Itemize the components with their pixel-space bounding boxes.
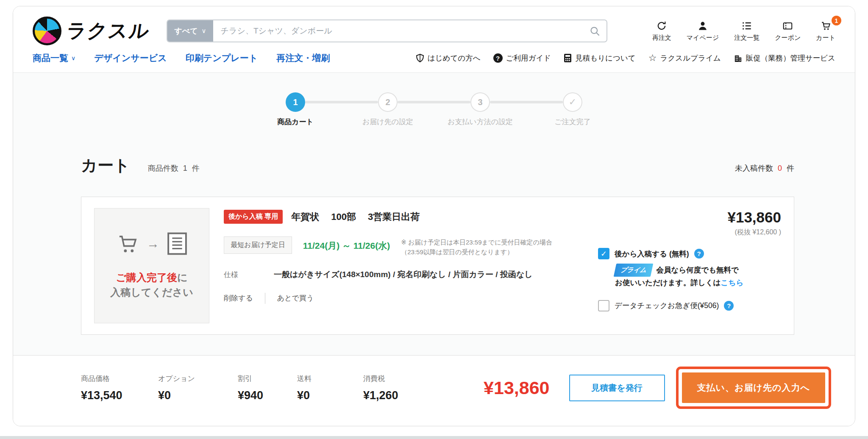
item-count-value: 1 <box>183 164 187 172</box>
item-actions: 削除する あとで買う <box>224 293 598 304</box>
nav-beginners[interactable]: はじめての方へ <box>416 53 481 63</box>
thumbnail-note: ご購入完了後に 入稿してください <box>110 270 193 300</box>
star-icon: ☆ <box>648 53 657 63</box>
step-label: お届け先の設定 <box>362 117 413 127</box>
nav-guide[interactable]: ? ご利用ガイド <box>493 53 551 63</box>
header-action-cart[interactable]: 1 カート <box>816 20 835 42</box>
delivery-row: 最短お届け予定日 11/24(月) ～ 11/26(水) ※ お届け予定日は本日… <box>224 236 598 257</box>
nav-links: 商品一覧 ∨ デザインサービス 印刷テンプレート 再注文・増刷 <box>33 52 330 64</box>
nav-sales-management[interactable]: 販促（業務）管理サービス <box>734 53 835 63</box>
nav-design-service[interactable]: デザインサービス <box>94 52 167 64</box>
nav-print-template[interactable]: 印刷テンプレート <box>186 52 258 64</box>
utility-label: 販促（業務）管理サービス <box>746 53 835 63</box>
cart-icon <box>820 20 832 32</box>
header-action-reorder[interactable]: 再注文 <box>652 20 671 42</box>
reorder-icon <box>656 20 667 32</box>
nav-utility: はじめての方へ ? ご利用ガイド 見積もりについて ☆ ラクスルプライム <box>416 53 835 63</box>
header-action-orders[interactable]: 注文一覧 <box>734 20 760 42</box>
action-label: マイページ <box>687 34 719 42</box>
site-header: ラクスル すべて ∨ 再注文 <box>13 6 855 52</box>
item-count-label: 商品件数 <box>148 164 178 172</box>
delivery-date: 11/24(月) ～ 11/26(水) <box>303 240 390 252</box>
prime-details-link[interactable]: こちら <box>721 278 744 287</box>
item-count-unit: 件 <box>192 164 200 172</box>
cart-icon <box>115 232 140 255</box>
nav-label: 商品一覧 <box>33 52 68 64</box>
nav-label: デザインサービス <box>94 52 167 64</box>
checkout-stepper: 1 商品カート 2 お届け先の設定 3 お支払い方法の設定 ✓ ご注文完了 <box>13 92 855 127</box>
header-action-mypage[interactable]: マイページ <box>687 20 719 42</box>
nav-reorder[interactable]: 再注文・増刷 <box>276 52 330 64</box>
question-icon: ? <box>493 53 503 63</box>
cart-title-row: カート 商品件数 1 件 未入稿件数 0 件 <box>81 155 794 176</box>
nav-prime[interactable]: ☆ ラクスルプライム <box>648 53 721 63</box>
divider <box>265 293 265 304</box>
site-logo[interactable]: ラクスル <box>33 17 150 45</box>
option-data-check: データチェックお急ぎ便(¥506) ? <box>598 300 781 311</box>
pending-value: 0 <box>778 164 782 172</box>
option-upload-later: ✓ 後から入稿する (無料) ? <box>598 248 781 259</box>
search-category-label: すべて <box>174 26 198 36</box>
prime-text2: お使いいただけます。詳しくは <box>615 278 721 287</box>
browser-page: ラクスル すべて ∨ 再注文 <box>13 6 855 426</box>
step-label: 商品カート <box>277 117 314 127</box>
step-complete: ✓ ご注文完了 <box>526 92 619 127</box>
summary-value: ¥940 <box>238 389 297 402</box>
item-thumbnail: → ご購入完了後に 入稿してください <box>94 208 209 323</box>
step-payment: 3 お支払い方法の設定 <box>434 92 526 127</box>
thumb-note-line2: 入稿してください <box>110 285 193 300</box>
coupon-icon <box>782 20 793 32</box>
upload-later-checkbox[interactable]: ✓ <box>598 248 609 259</box>
header-action-coupon[interactable]: クーポン <box>775 20 801 42</box>
summary-label: 商品価格 <box>81 374 158 383</box>
arrow-right-icon: → <box>147 236 159 251</box>
beginner-mark-icon <box>416 53 424 63</box>
nav-label: 再注文・増刷 <box>276 52 330 64</box>
nav-products[interactable]: 商品一覧 ∨ <box>33 52 75 64</box>
cta-highlight-outline: 支払い、お届け先の入力へ <box>676 367 831 409</box>
step-shipping: 2 お届け先の設定 <box>342 92 434 127</box>
action-label: 注文一覧 <box>734 34 760 42</box>
spec-value: 一般はがきサイズ(148×100mm) / 宛名印刷なし / 片面カラー / 投… <box>274 269 533 280</box>
nav-quotation[interactable]: 見積もりについて <box>564 53 635 63</box>
option-label: 後から入稿する (無料) <box>615 249 689 259</box>
delivery-note-line1: ※ お届け予定日は本日23:59までに受付日確定の場合 <box>401 237 552 247</box>
item-shipping: 3営業日出荷 <box>368 211 420 223</box>
pending-unit: 件 <box>787 164 794 172</box>
pending-label: 未入稿件数 <box>735 164 773 172</box>
pending-upload-count: 未入稿件数 0 件 <box>735 163 794 173</box>
page-title: カート <box>81 155 130 176</box>
help-icon[interactable]: ? <box>724 301 734 311</box>
step-circle: 2 <box>378 92 398 112</box>
main-navigation: 商品一覧 ∨ デザインサービス 印刷テンプレート 再注文・増刷 はじめての方へ … <box>13 52 855 73</box>
cart-count-badge: 1 <box>832 16 841 25</box>
spec-label: 仕様 <box>224 270 274 280</box>
proceed-to-payment-button[interactable]: 支払い、お届け先の入力へ <box>682 372 825 403</box>
help-icon[interactable]: ? <box>694 249 704 258</box>
data-check-checkbox[interactable] <box>598 300 609 311</box>
check-icon: ✓ <box>601 249 607 258</box>
summary-label: 割引 <box>238 374 297 383</box>
chevron-down-icon: ∨ <box>71 55 75 61</box>
spec-row: 仕様 一般はがきサイズ(148×100mm) / 宛名印刷なし / 片面カラー … <box>224 269 598 280</box>
utility-label: はじめての方へ <box>428 53 481 63</box>
main-content: 1 商品カート 2 お届け先の設定 3 お支払い方法の設定 ✓ ご注文完了 カー… <box>13 73 855 355</box>
search-category-dropdown[interactable]: すべて ∨ <box>167 20 213 42</box>
action-label: カート <box>816 34 835 42</box>
summary-value: ¥0 <box>158 389 238 402</box>
summary-label: 送料 <box>297 374 363 383</box>
raksul-logo-icon <box>33 17 61 45</box>
utility-label: 見積もりについて <box>575 53 635 63</box>
summary-label: 消費税 <box>363 374 427 383</box>
summary-shipping: 送料 ¥0 <box>297 374 363 402</box>
delete-item-link[interactable]: 削除する <box>224 293 253 303</box>
search-icon[interactable] <box>589 25 601 37</box>
buy-later-link[interactable]: あとで買う <box>277 293 314 303</box>
step-label: お支払い方法の設定 <box>448 117 513 127</box>
thumb-note-gray: に <box>177 272 188 283</box>
item-details: 後から入稿 専用 年賀状 100部 3営業日出荷 最短お届け予定日 11/24(… <box>209 208 598 323</box>
thumb-icons: → <box>115 231 188 256</box>
search-input[interactable] <box>213 20 590 42</box>
issue-quote-button[interactable]: 見積書を発行 <box>569 375 665 401</box>
search-bar: すべて ∨ <box>167 19 607 42</box>
